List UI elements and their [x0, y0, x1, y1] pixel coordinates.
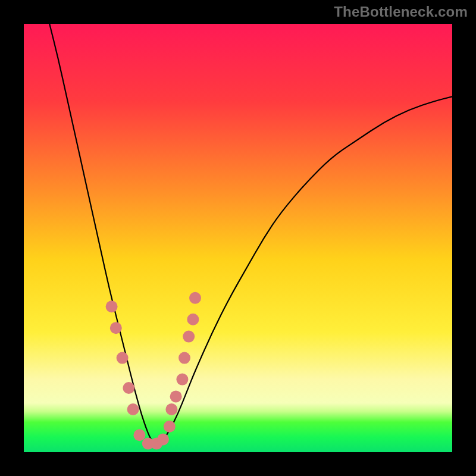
data-marker [127, 403, 139, 415]
plot-area [24, 24, 452, 452]
data-marker [170, 390, 182, 402]
gradient-background [24, 24, 452, 452]
chart-svg [24, 24, 452, 452]
data-marker [189, 292, 201, 304]
data-marker [117, 352, 129, 364]
data-marker [110, 322, 122, 334]
data-marker [157, 433, 169, 445]
data-marker [178, 352, 190, 364]
data-marker [106, 300, 118, 312]
data-marker [165, 403, 177, 415]
data-marker [183, 331, 195, 343]
data-marker [123, 382, 134, 394]
data-marker [187, 314, 199, 325]
data-marker [133, 429, 145, 441]
data-marker [176, 374, 188, 386]
data-marker [164, 421, 176, 433]
watermark-text: TheBottleneck.com [334, 4, 468, 20]
chart-frame: TheBottleneck.com [0, 0, 476, 476]
